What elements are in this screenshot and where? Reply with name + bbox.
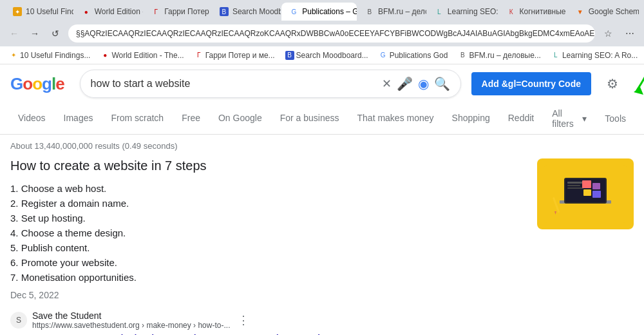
search-input[interactable] [91, 78, 377, 90]
snippet-title: How to create a website in 7 steps [10, 158, 522, 173]
tab-2-label: World Edition - The... [95, 7, 143, 16]
bookmark-1-favicon: ✦ [9, 51, 18, 60]
google-page: Google ✕ 🎤 ◉ 🔍 Add &gl=Country Code ⚙ Vi… [0, 64, 644, 335]
tab-2[interactable]: ● World Edition - The... [74, 3, 143, 21]
tab-8[interactable]: К Когнитивные иска... [499, 3, 567, 21]
tab-1[interactable]: ✦ 10 Useful Findings... [5, 3, 73, 21]
tab-free[interactable]: Free [174, 106, 208, 131]
svg-rect-7 [567, 187, 583, 189]
bookmark-4-label: Search Moodboard... [296, 51, 368, 60]
mic-icon[interactable]: 🎤 [397, 76, 413, 91]
tab-5-favicon: G [289, 7, 298, 16]
bookmark-3[interactable]: Г Гарри Потер и ме... [191, 50, 279, 61]
bookmark-5-favicon: G [379, 51, 388, 60]
logo-o1: o [23, 74, 32, 93]
step-4: 4. Choose a theme design. [10, 225, 522, 240]
all-filters-label: All filters [552, 108, 580, 129]
google-logo[interactable]: Google [10, 74, 64, 94]
tools-button[interactable]: Tools [597, 108, 634, 129]
source-info: Save the Student https://www.savethestud… [32, 311, 230, 330]
tab-for-business[interactable]: For a business [272, 106, 347, 131]
snippet-list: 1. Choose a web host. 2. Register a doma… [10, 181, 522, 285]
svg-rect-10 [583, 189, 591, 196]
tab-from-scratch[interactable]: From scratch [103, 106, 171, 131]
forward-button[interactable]: → [26, 24, 44, 43]
tab-videos[interactable]: Videos [10, 106, 53, 131]
tab-6-label: BFM.ru – деловые... [378, 7, 426, 16]
bookmark-1-label: 10 Useful Findings... [20, 51, 90, 60]
tab-8-favicon: К [507, 7, 516, 16]
tab-reddit[interactable]: Reddit [500, 106, 542, 131]
tab-3[interactable]: Г Гарри Потер и ме... [144, 3, 211, 21]
tab-6[interactable]: B BFM.ru – деловые... [357, 3, 426, 21]
tab-that-makes-money[interactable]: That makes money [350, 106, 442, 131]
tab-9[interactable]: ▼ Google Schema.org... [568, 3, 639, 21]
nav-buttons: ← → ↺ [5, 24, 64, 43]
bookmark-2[interactable]: ● World Edition - The... [97, 50, 187, 61]
bookmark-7-favicon: L [551, 51, 560, 60]
extension-button[interactable]: ⋯ [621, 24, 639, 43]
chevron-down-icon: ▾ [582, 113, 587, 124]
tab-on-google[interactable]: On Google [211, 106, 270, 131]
annotation-arrow [598, 64, 644, 100]
tab-4-label: Search Moodboard... [232, 7, 281, 16]
tab-6-favicon: B [365, 7, 374, 16]
search-tabs: Videos Images From scratch Free On Googl… [0, 103, 644, 135]
result-options-button[interactable]: ⋮ [235, 311, 252, 330]
reload-button[interactable]: ↺ [46, 24, 64, 43]
laptop-svg [544, 165, 627, 223]
tab-7-label: Learning SEO: A Ro... [448, 7, 498, 16]
snippet-image [537, 158, 634, 229]
tabs-bar: ✦ 10 Useful Findings... ● World Edition … [0, 0, 644, 21]
step-5: 5. Publish content. [10, 240, 522, 255]
bookmark-5[interactable]: G Publications God [375, 50, 452, 61]
bookmark-1[interactable]: ✦ 10 Useful Findings... [5, 50, 94, 61]
bookmark-4[interactable]: B Search Moodboard... [281, 50, 372, 61]
address-bar[interactable]: §§AQRzIECAAQRzIECAAQRzIECAAQRzIECAAQRzoK… [68, 24, 595, 43]
tab-shopping[interactable]: Shopping [444, 106, 498, 131]
source-header: S Save the Student https://www.savethest… [10, 311, 634, 330]
search-submit-icon[interactable]: 🔍 [434, 76, 450, 91]
add-gl-button[interactable]: Add &gl=Country Code [471, 72, 591, 95]
results-count: About 13,440,000,000 results (0.49 secon… [10, 141, 634, 151]
step-6: 6. Promote your website. [10, 255, 522, 270]
tab-images[interactable]: Images [56, 106, 101, 131]
source-result: S Save the Student https://www.savethest… [10, 311, 634, 335]
logo-e: e [55, 74, 64, 93]
back-button[interactable]: ← [5, 24, 23, 43]
tab-4-favicon: B [220, 7, 229, 16]
lens-icon[interactable]: ◉ [418, 76, 429, 91]
clear-icon[interactable]: ✕ [382, 77, 392, 91]
bookmark-6-label: BFM.ru – деловые... [469, 51, 540, 60]
logo-o2: o [32, 74, 42, 93]
all-filters-button[interactable]: All filters ▾ [544, 103, 594, 134]
bookmark-5-label: Publications God [390, 51, 448, 60]
source-name: Save the Student [32, 311, 230, 321]
bookmark-7-label: Learning SEO: A Ro... [562, 51, 638, 60]
tab-7-favicon: L [435, 7, 444, 16]
svg-rect-8 [582, 180, 591, 188]
tab-5-active[interactable]: G Publications – Goo... ✕ [281, 3, 357, 21]
bookmark-button[interactable]: ☆ [599, 24, 617, 43]
source-url: https://www.savethestudent.org › make-mo… [32, 321, 230, 330]
bookmark-3-favicon: Г [194, 51, 204, 60]
result-link[interactable]: How to create a website in 20 minutes - … [10, 332, 338, 335]
source-icon: S [10, 312, 27, 329]
step-3: 3. Set up hosting. [10, 211, 522, 225]
bookmark-7[interactable]: L Learning SEO: A Ro... [547, 50, 641, 61]
tab-4[interactable]: B Search Moodboard... [212, 3, 281, 21]
bookmark-6[interactable]: B BFM.ru – деловые... [454, 50, 544, 61]
bookmark-6-favicon: B [458, 51, 467, 60]
tab-3-label: Гарри Потер и ме... [164, 7, 211, 16]
browser-toolbar: ← → ↺ §§AQRzIECAAQRzIECAAQRzIECAAQRzIECA… [0, 21, 644, 46]
results-area: About 13,440,000,000 results (0.49 secon… [0, 135, 644, 335]
tab-1-favicon: ✦ [13, 7, 22, 16]
snippet-content: How to create a website in 7 steps 1. Ch… [10, 158, 522, 300]
tab-7[interactable]: L Learning SEO: A Ro... [427, 3, 498, 21]
logo-g2: g [42, 74, 52, 93]
bookmark-4-favicon: B [285, 51, 294, 60]
step-2: 2. Register a domain name. [10, 196, 522, 211]
tab-5-label: Publications – Goo... [302, 7, 357, 16]
bookmarks-bar: ✦ 10 Useful Findings... ● World Edition … [0, 46, 644, 64]
tab-1-label: 10 Useful Findings... [26, 7, 73, 16]
